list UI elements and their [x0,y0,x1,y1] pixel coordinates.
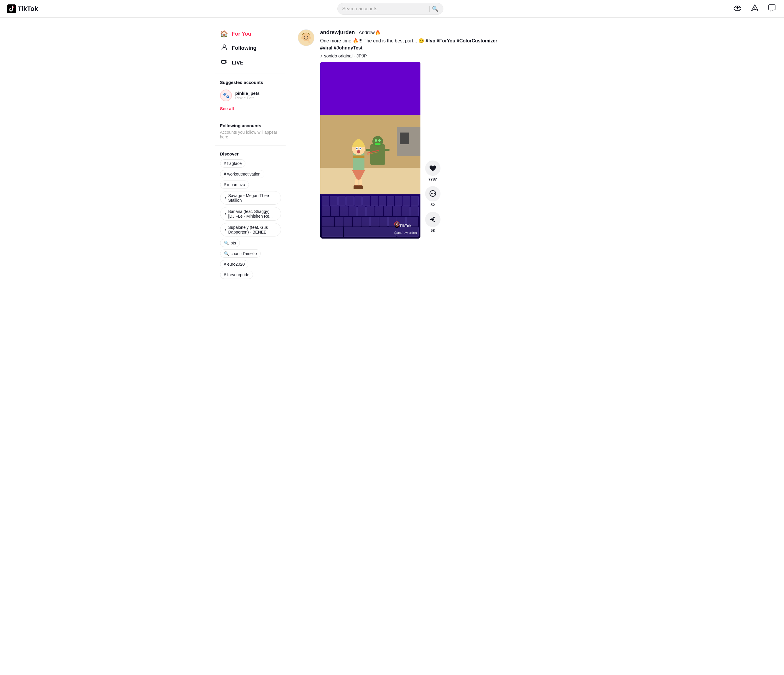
messages-icon [768,4,776,12]
post-description: One more time 🔥!!! The end is the best p… [320,37,504,51]
shares-count: 58 [431,228,435,233]
search-bar: 🔍 [338,3,443,15]
tag-foryou[interactable]: #ForYou [437,38,456,43]
app-header: TikTok 🔍 [0,0,784,18]
svg-point-32 [372,136,383,147]
key [344,217,352,227]
search-bts[interactable]: 🔍 bts [220,239,240,247]
nav-label-following: Following [232,45,257,51]
svg-point-30 [357,150,360,154]
music-note-icon: ♪ [320,53,323,58]
music-icon-1: ♪ [224,196,227,200]
comment-icon-circle [425,186,440,202]
svg-point-27 [356,148,358,149]
search-label-charli: charli d'amelio [231,251,257,256]
music-icon-3: ♪ [224,227,227,232]
video-and-actions: @andrewjurden TikTok 🔇 [320,62,504,239]
key [346,196,354,206]
song-savage[interactable]: ♪ Savage - Megan Thee Stallion [220,191,281,205]
svg-point-42 [431,193,432,194]
tag-label-foryourpride: foryourpride [227,272,249,277]
post-username[interactable]: andrewjurden Andrew🔥 [320,29,504,36]
key [322,206,330,216]
suggested-account-pinkie-pets[interactable]: 🐾 pinkie_pets Pinkie Pets [215,87,286,104]
hash-icon-2: # [224,172,226,176]
tag-flagface[interactable]: # flagface [220,159,246,168]
song-supalonely[interactable]: ♪ Supalonely (feat. Gus Dapperton) - BEN… [220,223,281,236]
see-all-link[interactable]: See all [215,104,286,113]
logo-text: TikTok [18,5,38,12]
svg-rect-35 [375,143,381,144]
tag-fyp[interactable]: #fyp [426,38,436,43]
key [403,196,411,206]
key [322,217,334,227]
svg-point-33 [375,139,377,142]
filter-button[interactable] [750,3,760,15]
discover-title: Discover [220,151,281,157]
music-icon-2: ♪ [224,211,227,216]
svg-point-8 [307,36,308,37]
key [379,196,386,206]
key [348,206,357,216]
key [361,217,370,227]
header-icons [732,3,777,15]
cartoon-svg [320,115,420,194]
filter-icon [751,4,759,12]
following-accounts-title: Following accounts [220,123,281,128]
search-input[interactable] [342,6,427,11]
post-author-avatar[interactable] [298,29,314,46]
key [366,206,375,216]
nav-item-live[interactable]: LIVE [215,55,286,70]
main-nav: 🏠 For You Following [215,27,286,70]
svg-rect-19 [353,159,364,161]
sidebar-divider-3 [215,145,286,146]
upload-button[interactable] [732,3,743,15]
hash-icon-4: # [224,262,226,267]
song-banana[interactable]: ♪ Banana (feat. Shaggy) [DJ FLe - Minisi… [220,207,281,220]
video-username-watermark: @andrewjurden [394,231,417,234]
key [411,206,418,216]
search-icon-charli: 🔍 [224,251,229,256]
key [380,217,388,227]
key [322,227,344,237]
song-label-banana: Banana (feat. Shaggy) [DJ FLe - Minisire… [228,209,277,219]
messages-button[interactable] [767,3,777,15]
sound-label: sonido original - JPJP [324,53,367,58]
key [393,206,401,216]
search-area: 🔍 [48,3,732,15]
main-content: andrewjurden Andrew🔥 One more time 🔥!!! … [286,22,569,675]
tag-colorcustomizer[interactable]: #ColorCustomizer [457,38,497,43]
nav-item-following[interactable]: Following [215,40,286,55]
key [353,217,361,227]
comment-button[interactable]: 52 [425,186,440,207]
like-icon-circle [425,160,440,176]
hashtag-tags-row-2: # innamaza [220,180,281,189]
post-area: andrewjurden Andrew🔥 One more time 🔥!!! … [298,29,504,673]
tag-johnnytest[interactable]: #JohnnyTest [334,45,363,50]
live-icon [220,58,228,67]
svg-rect-37 [385,149,389,151]
video-player[interactable]: @andrewjurden TikTok 🔇 [320,62,420,239]
tag-viral[interactable]: #viral [320,45,333,50]
svg-point-9 [301,37,303,39]
search-icon[interactable]: 🔍 [432,6,439,12]
nav-item-for-you[interactable]: 🏠 For You [215,27,286,40]
share-button[interactable]: 58 [425,212,440,233]
svg-rect-18 [353,155,364,158]
tag-innamaza[interactable]: # innamaza [220,180,249,189]
post-sound[interactable]: ♪ sonido original - JPJP [320,53,504,58]
following-accounts-empty: Accounts you follow will appear here [220,130,281,139]
tag-euro2020[interactable]: # euro2020 [220,260,249,268]
svg-point-43 [432,193,433,194]
key [384,206,392,216]
svg-point-7 [304,36,305,37]
like-button[interactable]: 7787 [425,160,440,182]
search-charli[interactable]: 🔍 charli d'amelio [220,250,261,258]
key [371,196,378,206]
nav-label-for-you: For You [232,31,251,37]
svg-point-34 [378,139,381,142]
mute-icon[interactable]: 🔇 [394,221,400,227]
tag-workoutmotivation[interactable]: # workoutmotivation [220,170,264,178]
tag-foryourpride[interactable]: # foryourpride [220,271,254,279]
comment-icon [429,190,437,198]
